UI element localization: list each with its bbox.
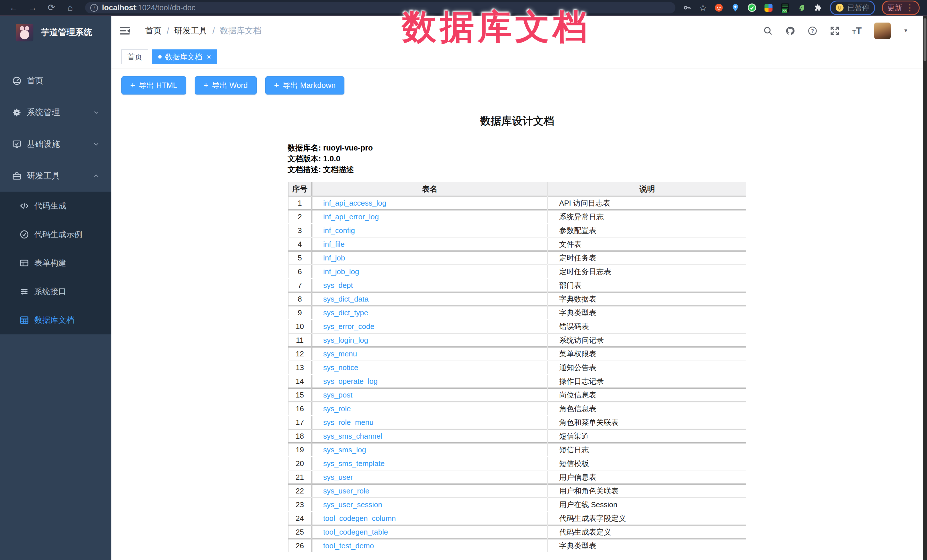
- sidebar-subitem-表单构建[interactable]: 表单构建: [0, 249, 111, 277]
- close-icon[interactable]: ×: [207, 53, 211, 61]
- table-name-link[interactable]: sys_user_role: [323, 487, 369, 495]
- paused-label: 已暂停: [847, 3, 869, 13]
- table-header-row: 序号表名说明: [288, 182, 746, 196]
- table-name-link[interactable]: tool_codegen_table: [323, 528, 388, 536]
- table-name-link[interactable]: sys_dept: [323, 281, 353, 290]
- table-desc-cell: 定时任务日志表: [548, 265, 746, 278]
- page-info-icon[interactable]: i: [90, 4, 98, 12]
- tab-数据库文档[interactable]: 数据库文档×: [152, 49, 217, 64]
- table-name-cell: sys_dept: [312, 279, 547, 292]
- page-scrollbar[interactable]: [923, 16, 927, 560]
- password-key-icon[interactable]: [682, 3, 692, 12]
- row-number: 10: [288, 320, 312, 333]
- extension-on-badge-icon[interactable]: on: [780, 3, 790, 12]
- extension-puzzle-icon[interactable]: [813, 3, 823, 12]
- table-name-link[interactable]: inf_api_access_log: [323, 199, 386, 207]
- table-name-cell: sys_user: [312, 470, 547, 484]
- sidebar-item-基础设施[interactable]: 基础设施: [0, 128, 111, 160]
- font-size-icon[interactable]: TT: [852, 26, 862, 36]
- doc-meta-line: 文档描述: 文档描述: [287, 164, 747, 175]
- table-name-link[interactable]: sys_user: [323, 473, 353, 481]
- header-tools: ? TT ▼: [763, 16, 908, 46]
- table-name-link[interactable]: sys_sms_channel: [323, 432, 382, 440]
- sidebar-subitem-数据库文档[interactable]: 数据库文档: [0, 306, 111, 334]
- table-name-link[interactable]: sys_sms_log: [323, 446, 366, 454]
- row-number: 18: [288, 429, 312, 443]
- table-name-link[interactable]: sys_menu: [323, 349, 357, 358]
- table-name-link[interactable]: tool_codegen_column: [323, 514, 396, 523]
- sidebar-subitem-系统接口[interactable]: 系统接口: [0, 277, 111, 306]
- table-name-link[interactable]: sys_dict_data: [323, 295, 369, 303]
- table-name-link[interactable]: inf_config: [323, 226, 355, 235]
- export-button-导出-Markdown[interactable]: +导出 Markdown: [265, 76, 345, 94]
- sidebar-item-系统管理[interactable]: 系统管理: [0, 97, 111, 128]
- table-name-cell: inf_file: [312, 238, 547, 251]
- table-row: 3inf_config参数配置表: [288, 224, 746, 237]
- back-icon[interactable]: ←: [6, 0, 22, 15]
- github-icon[interactable]: [785, 26, 795, 36]
- table-name-link[interactable]: sys_operate_log: [323, 377, 378, 385]
- table-name-cell: tool_codegen_column: [312, 512, 547, 525]
- extension-leaf-icon[interactable]: [797, 3, 807, 12]
- table-desc-cell: 菜单权限表: [548, 347, 746, 360]
- row-number: 14: [288, 375, 312, 388]
- url-text[interactable]: localhost:1024/tool/db-doc: [102, 3, 195, 12]
- table-name-link[interactable]: tool_test_demo: [323, 542, 374, 550]
- table-name-link[interactable]: sys_dict_type: [323, 308, 368, 317]
- reload-icon[interactable]: ⟳: [43, 0, 59, 15]
- table-name-link[interactable]: sys_post: [323, 391, 353, 399]
- table-name-link[interactable]: inf_job_log: [323, 267, 359, 276]
- table-name-link[interactable]: sys_error_code: [323, 322, 374, 331]
- search-icon[interactable]: [763, 26, 773, 36]
- chevron-down-icon[interactable]: ▼: [903, 28, 908, 34]
- table-name-link[interactable]: sys_role: [323, 404, 351, 413]
- table-name-link[interactable]: sys_user_session: [323, 500, 382, 509]
- help-icon[interactable]: ?: [808, 26, 818, 36]
- fullscreen-icon[interactable]: [830, 26, 840, 36]
- sidebar-subitem-代码生成[interactable]: 代码生成: [0, 191, 111, 220]
- breadcrumb-item-首页[interactable]: 首页: [145, 25, 162, 36]
- sidebar-item-研发工具[interactable]: 研发工具: [0, 160, 111, 191]
- table-desc-cell: 字典数据表: [548, 293, 746, 305]
- tab-首页[interactable]: 首页: [122, 49, 148, 64]
- table-desc-cell: 系统异常日志: [548, 210, 746, 223]
- export-button-导出-Word[interactable]: +导出 Word: [195, 76, 257, 94]
- extension-multicolor-icon[interactable]: [764, 3, 774, 12]
- extension-orange-icon[interactable]: [714, 3, 724, 12]
- export-button-导出-HTML[interactable]: +导出 HTML: [122, 76, 186, 94]
- tab-label: 数据库文档: [165, 52, 202, 62]
- table-name-link[interactable]: sys_login_log: [323, 336, 368, 344]
- meta-value: 文档描述: [323, 165, 354, 174]
- plus-icon: +: [130, 81, 135, 90]
- table-name-link[interactable]: sys_notice: [323, 363, 359, 372]
- plus-icon: +: [274, 81, 279, 90]
- sidebar-collapse-icon[interactable]: [119, 26, 130, 36]
- breadcrumb-item-研发工具[interactable]: 研发工具: [174, 25, 207, 36]
- sidebar-item-首页[interactable]: 首页: [0, 65, 111, 97]
- forward-icon[interactable]: →: [24, 0, 41, 15]
- table-name-link[interactable]: inf_api_error_log: [323, 212, 379, 221]
- row-number: 3: [288, 224, 312, 237]
- table-row: 9sys_dict_type字典类型表: [288, 306, 746, 319]
- row-number: 7: [288, 279, 312, 292]
- browser-update-pill[interactable]: 更新 ⋮: [882, 1, 919, 15]
- extension-paused-pill[interactable]: 已暂停: [830, 1, 875, 15]
- app-logo-row[interactable]: 芋道管理系统: [0, 16, 111, 49]
- browser-menu-icon[interactable]: ⋮: [906, 3, 914, 12]
- table-desc-cell: 文件表: [548, 238, 746, 251]
- avatar[interactable]: [874, 23, 891, 39]
- table-desc-cell: 字典类型表: [548, 306, 746, 319]
- extension-green-check-icon[interactable]: [747, 3, 757, 12]
- scrollbar-thumb[interactable]: [924, 18, 926, 61]
- table-name-link[interactable]: sys_role_menu: [323, 418, 374, 426]
- extension-pin-icon[interactable]: [731, 3, 740, 12]
- address-bar[interactable]: i localhost:1024/tool/db-doc: [85, 2, 675, 14]
- main-content: +导出 HTML+导出 Word+导出 Markdown 数据库设计文档 数据库…: [111, 68, 923, 560]
- table-name-link[interactable]: sys_sms_template: [323, 459, 384, 468]
- table-name-link[interactable]: inf_job: [323, 253, 345, 262]
- bookmark-star-icon[interactable]: ☆: [699, 3, 707, 12]
- sidebar-subitem-代码生成示例[interactable]: 代码生成示例: [0, 220, 111, 249]
- home-icon[interactable]: ⌂: [62, 0, 78, 15]
- table-name-link[interactable]: inf_file: [323, 240, 345, 249]
- meta-label: 数据库名:: [287, 144, 323, 152]
